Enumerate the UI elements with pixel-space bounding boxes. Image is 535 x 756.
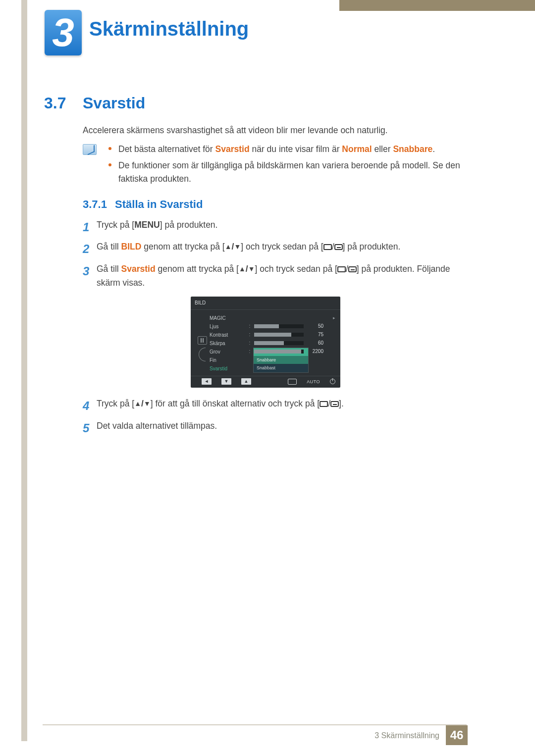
footer-chapter-label: 3 Skärminställning [374, 731, 439, 740]
osd-picture-icon [198, 336, 207, 345]
osd-screenshot: BILD MAGIC Ljus Kontrast Skärpa Grov Fin… [191, 297, 340, 388]
osd-item-skarpa: Skärpa [210, 339, 248, 348]
up-arrow-icon: ▲ [225, 241, 232, 252]
side-accent-bar [21, 0, 27, 741]
power-icon [330, 379, 335, 384]
osd-item-svarstid: Svarstid [210, 364, 248, 373]
rect-button-icon [323, 244, 332, 250]
note-item-2: De funktioner som är tillgängliga på bil… [107, 159, 474, 186]
step-1: 1 Tryck på [MENU] på produkten. [83, 218, 474, 237]
down-arrow-icon: ▼ [234, 241, 241, 252]
osd-back-icon: ◄ [202, 378, 212, 385]
osd-option-snabbare: Snabbare [254, 356, 308, 364]
subsection-title: Ställa in Svarstid [115, 198, 203, 210]
osd-down-icon: ▼ [221, 378, 231, 385]
rect-button-icon [337, 266, 346, 272]
source-button-icon [348, 266, 357, 272]
note-icon [83, 144, 97, 155]
step-3: 3 Gå till Svarstid genom att trycka på [… [83, 262, 474, 394]
header-accent-bar [339, 0, 535, 11]
osd-item-grov: Grov [210, 348, 248, 356]
step-2: 2 Gå till BILD genom att trycka på [▲/▼]… [83, 240, 474, 258]
step-5: 5 Det valda alternativet tillämpas. [83, 419, 474, 438]
page-number-badge: 46 [446, 725, 468, 745]
osd-item-magic: MAGIC [210, 314, 248, 322]
section-number: 3.7 [44, 94, 83, 112]
osd-item-ljus: Ljus [210, 322, 248, 331]
osd-item-fin: Fin [210, 356, 248, 364]
subsection-heading: 3.7.1 Ställa in Svarstid [83, 198, 203, 211]
step-4: 4 Tryck på [▲/▼] för att gå till önskat … [83, 397, 474, 415]
rect-button-icon [320, 401, 328, 407]
down-arrow-icon: ▼ [144, 398, 151, 409]
chapter-number-badge: 3 [45, 10, 82, 55]
osd-auto-label: AUTO [307, 378, 320, 385]
osd-item-kontrast: Kontrast [210, 331, 248, 339]
osd-enter-icon [288, 379, 297, 385]
section-heading: 3.7 Svarstid [44, 94, 145, 112]
up-arrow-icon: ▲ [134, 398, 141, 409]
section-intro: Accelerera skärmens svarshastighet så at… [83, 125, 388, 136]
osd-footer: ◄ ▼ ▲ AUTO [191, 376, 340, 388]
osd-title: BILD [191, 297, 340, 310]
osd-bracket-icon [199, 348, 206, 361]
chevron-right-icon: ▸ [333, 314, 335, 321]
source-button-icon [334, 244, 343, 250]
down-arrow-icon: ▼ [248, 263, 255, 274]
subsection-number: 3.7.1 [83, 198, 107, 210]
note-block: Det bästa alternativet för Svarstid när … [83, 143, 474, 189]
note-item-1: Det bästa alternativet för Svarstid när … [107, 143, 474, 156]
source-button-icon [330, 401, 339, 407]
chapter-title: Skärminställning [89, 18, 249, 40]
footer-divider [43, 724, 467, 725]
up-arrow-icon: ▲ [239, 263, 246, 274]
section-title: Svarstid [83, 94, 145, 112]
osd-up-icon: ▲ [241, 378, 251, 385]
procedure-steps: 1 Tryck på [MENU] på produkten. 2 Gå til… [83, 218, 474, 441]
osd-option-snabbast: Snabbast [254, 364, 308, 372]
